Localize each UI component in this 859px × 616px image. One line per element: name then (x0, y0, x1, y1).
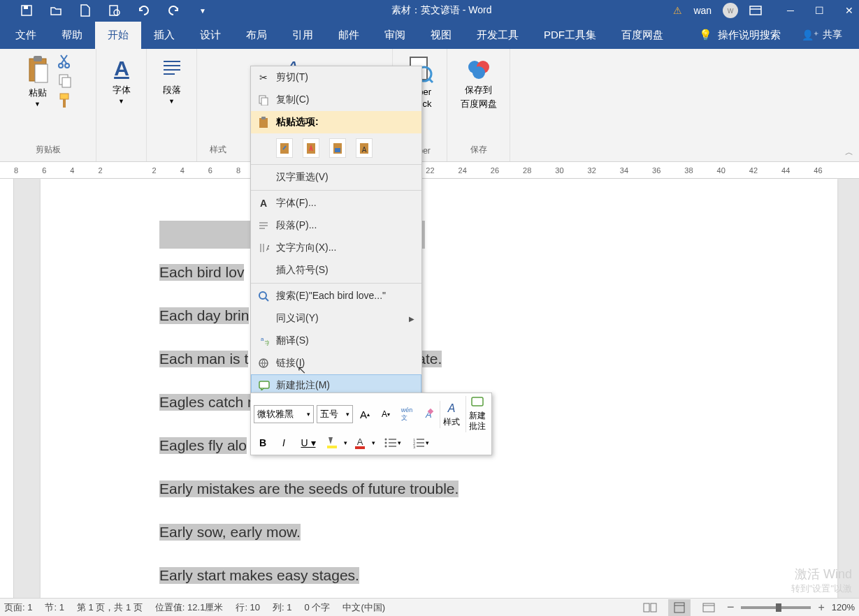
tab-review[interactable]: 审阅 (372, 22, 418, 49)
zoom-in-icon[interactable]: + (818, 601, 824, 614)
context-insert-symbol[interactable]: 插入符号(S) (251, 259, 421, 281)
tab-developer[interactable]: 开发工具 (464, 22, 531, 49)
read-mode-icon[interactable] (639, 599, 661, 616)
shrink-font-icon[interactable]: A▾ (377, 405, 395, 423)
title-right: ⚠ wan w ─ ☐ ✕ (673, 3, 853, 18)
context-search[interactable]: 搜索(E)"Each bird love..." (251, 285, 421, 307)
context-translate[interactable]: a字 翻译(S) (251, 330, 421, 352)
print-layout-icon[interactable] (668, 599, 691, 616)
tab-pdf[interactable]: PDF工具集 (531, 22, 609, 49)
document-page[interactable]: Each bird lov Each day brin Each man is … (41, 179, 837, 598)
open-icon[interactable] (49, 3, 63, 17)
horizontal-ruler[interactable]: 8 6 4 2 2 4 6 8 10 14 16 18 20 22 24 26 … (0, 162, 859, 179)
status-line[interactable]: 行: 10 (236, 601, 260, 614)
context-paragraph[interactable]: 段落(P)... (251, 214, 421, 237)
clear-formatting-icon[interactable]: A (419, 405, 437, 423)
ruler-mark: 28 (523, 166, 531, 175)
status-column[interactable]: 列: 1 (273, 601, 291, 614)
redo-icon[interactable] (166, 3, 180, 17)
context-font-label: 字体(F)... (276, 197, 317, 210)
numbered-list-icon[interactable]: 123▾ (407, 434, 433, 452)
doc-line[interactable]: Early sow, early mow. (159, 524, 301, 541)
avatar[interactable]: w (723, 3, 738, 18)
new-icon[interactable] (78, 3, 92, 17)
context-font[interactable]: A 字体(F)... (251, 192, 421, 214)
font-size-combo[interactable]: 五号▾ (317, 405, 353, 423)
undo-icon[interactable] (137, 3, 151, 17)
grow-font-icon[interactable]: A▴ (356, 405, 374, 423)
share-button[interactable]: 👤⁺ 共享 (788, 29, 856, 41)
zoom-slider[interactable] (741, 606, 811, 609)
status-words[interactable]: 0 个字 (305, 601, 331, 614)
cut-icon: ✂ (257, 71, 270, 85)
preview-icon[interactable] (108, 3, 122, 17)
doc-line[interactable]: Early start makes easy stages. (159, 567, 359, 584)
status-position[interactable]: 位置值: 12.1厘米 (155, 601, 224, 614)
context-cut[interactable]: ✂ 剪切(T) (251, 66, 421, 89)
doc-line[interactable]: Eagles fly alo (159, 437, 247, 454)
status-page[interactable]: 页面: 1 (4, 601, 32, 614)
tab-layout[interactable]: 布局 (233, 22, 280, 49)
paste-merge-icon[interactable] (303, 138, 319, 158)
paste-keep-source-icon[interactable] (276, 138, 293, 158)
svg-text:字: 字 (265, 340, 269, 346)
tab-design[interactable]: 设计 (187, 22, 233, 49)
copy-icon[interactable] (57, 73, 73, 88)
paste-text-only-icon[interactable]: A (356, 138, 373, 158)
save-baidu-button[interactable]: 保存到 百度网盘 (458, 52, 500, 113)
ruler-mark: 36 (652, 166, 661, 175)
new-comment-mini-button[interactable]: 新建 批注 (465, 396, 489, 432)
context-synonym[interactable]: 同义词(Y) ▶ (251, 307, 421, 330)
tab-insert[interactable]: 插入 (141, 22, 187, 49)
font-color-icon[interactable]: A▾ (352, 434, 377, 452)
maximize-icon[interactable]: ☐ (815, 5, 824, 16)
context-link[interactable]: 链接(I) ↖ (251, 352, 421, 374)
tab-baidu[interactable]: 百度网盘 (609, 22, 676, 49)
font-name-combo[interactable]: 微软雅黑▾ (254, 405, 314, 423)
format-painter-icon[interactable] (57, 92, 73, 109)
qat-dropdown-icon[interactable]: ▼ (196, 3, 210, 17)
zoom-out-icon[interactable]: − (727, 600, 735, 615)
status-section[interactable]: 节: 1 (45, 601, 64, 614)
context-text-direction[interactable]: A 文字方向(X)... (251, 237, 421, 259)
italic-icon[interactable]: I (275, 434, 293, 452)
status-language[interactable]: 中文(中国) (342, 601, 385, 614)
svg-rect-14 (63, 99, 66, 108)
doc-line[interactable]: Each bird lov (159, 264, 244, 281)
tab-view[interactable]: 视图 (418, 22, 464, 49)
bullet-list-icon[interactable]: ▾ (380, 434, 405, 452)
cut-icon[interactable] (57, 53, 73, 68)
tell-me-search[interactable]: 💡 操作说明搜索 (692, 29, 788, 42)
collapse-ribbon-icon[interactable]: ︿ (845, 147, 853, 159)
paragraph-button[interactable]: 段落 ▼ (157, 52, 187, 108)
paste-picture-icon[interactable] (329, 138, 346, 158)
doc-line[interactable]: Each man is t (159, 351, 248, 367)
ribbon-display-icon[interactable] (749, 6, 762, 15)
tab-references[interactable]: 引用 (280, 22, 326, 49)
tab-file[interactable]: 文件 (3, 22, 49, 49)
tab-home[interactable]: 开始 (95, 22, 141, 49)
doc-line[interactable]: Early mistakes are the seeds of future t… (159, 481, 459, 497)
vertical-ruler[interactable] (0, 179, 14, 598)
svg-point-9 (59, 64, 63, 68)
bold-icon[interactable]: B (254, 434, 272, 452)
save-icon[interactable] (20, 3, 34, 17)
underline-icon[interactable]: U ▾ (296, 434, 321, 452)
highlight-icon[interactable]: ▾ (324, 434, 349, 452)
zoom-level[interactable]: 120% (832, 602, 855, 613)
context-hanzi[interactable]: 汉字重选(V) (251, 166, 421, 189)
paste-button[interactable]: 粘贴 ▼ (22, 52, 53, 110)
tab-help[interactable]: 帮助 (49, 22, 95, 49)
tab-mailings[interactable]: 邮件 (326, 22, 372, 49)
phonetic-guide-icon[interactable]: wén文 (398, 405, 416, 423)
web-layout-icon[interactable] (698, 599, 720, 616)
baidu-group: 保存到 百度网盘 保存 (447, 49, 510, 161)
close-icon[interactable]: ✕ (845, 5, 853, 16)
status-pages[interactable]: 第 1 页，共 1 页 (77, 601, 143, 614)
font-button[interactable]: A 字体 ▼ (106, 52, 137, 108)
minimize-icon[interactable]: ─ (787, 5, 794, 16)
doc-line[interactable]: Each day brin (159, 307, 249, 324)
zoom-handle[interactable] (776, 603, 781, 612)
styles-mini-button[interactable]: A 样式 (440, 401, 463, 428)
context-copy[interactable]: 复制(C) (251, 89, 421, 111)
